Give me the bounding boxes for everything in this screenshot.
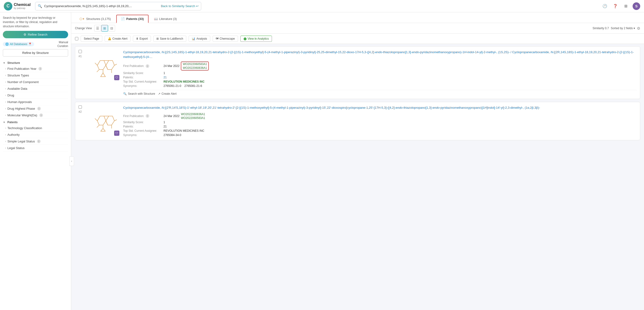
search-icon: 🔍 bbox=[38, 4, 42, 8]
tab-structures[interactable]: ⬡✦ Structures (3,175) bbox=[75, 15, 115, 23]
view-analytics-button[interactable]: ⬤ View in Analytics bbox=[240, 36, 272, 42]
search-with-structure-btn-1[interactable]: 🔍 Search with Structure bbox=[123, 92, 155, 96]
patents-link-1[interactable]: 21 bbox=[164, 76, 166, 79]
back-to-similarity[interactable]: Back to Similarity Search ↩ bbox=[161, 4, 198, 8]
similarity-label: Similarity 0.7 bbox=[592, 26, 609, 30]
refine-structure-button[interactable]: Refine by Structure bbox=[3, 49, 68, 56]
result-checkbox-2[interactable] bbox=[78, 106, 82, 109]
pin-icon: 📍 bbox=[28, 42, 32, 46]
compact-view-btn[interactable]: ⊟ bbox=[108, 25, 115, 32]
apps-icon[interactable]: ⊞ bbox=[622, 2, 629, 10]
molecular-weight-label: Molecular Weight(Da) bbox=[7, 114, 37, 117]
sidebar-item-legal-status[interactable]: › Legal Status bbox=[3, 145, 68, 152]
svg-marker-0 bbox=[97, 60, 106, 70]
structure-section-header[interactable]: ▼ Structure bbox=[3, 61, 68, 64]
sidebar-item-first-pub-year[interactable]: › First Publication Year i bbox=[3, 66, 68, 72]
pub-id-2a[interactable]: WO2022060836A1 bbox=[181, 112, 205, 116]
user-avatar[interactable]: S bbox=[632, 2, 640, 10]
select-all-checkbox[interactable] bbox=[75, 37, 78, 40]
result-num-col-2: #2 bbox=[78, 106, 86, 137]
chevron-icon: › bbox=[5, 127, 6, 129]
chemscape-button[interactable]: 🗺 Chemscape bbox=[212, 36, 238, 42]
export-label: Export bbox=[140, 37, 148, 40]
molecule-structure-1: 🛡 bbox=[89, 50, 120, 81]
search-input[interactable] bbox=[44, 4, 159, 8]
result-card-1: #1 bbox=[75, 46, 640, 99]
info-icon-pub: i bbox=[146, 64, 149, 68]
save-labBench-button[interactable]: ⊞ Save to LabBench bbox=[153, 36, 186, 42]
grid-view-btn[interactable]: ⊞ bbox=[101, 25, 108, 32]
analytics-icon: ⬤ bbox=[244, 37, 246, 40]
pub-highlight-box-1: WO2022060583A1 WO2022060836A1 bbox=[181, 62, 209, 70]
sidebar-toggle[interactable]: ‹ bbox=[69, 156, 74, 166]
create-alert-button[interactable]: 🔔 Create Alert bbox=[105, 36, 130, 42]
create-alert-r1-btn[interactable]: ↗ Create Alert bbox=[158, 92, 176, 96]
settings-icon[interactable]: ⚙ bbox=[637, 26, 640, 30]
all-databases-tag[interactable]: 🌐 All Databases 📍 bbox=[3, 42, 34, 46]
first-pub-value-2: 24 Mar 2022 WO2022060836A1 WO2022060583A… bbox=[164, 112, 637, 120]
sort-button[interactable]: Sorted by 2 fields ▾ bbox=[611, 26, 635, 30]
literature-icon: 📖 bbox=[154, 17, 158, 21]
search-bar[interactable]: 🔍 Back to Similarity Search ↩ bbox=[35, 2, 201, 10]
sidebar-item-simple-legal[interactable]: › Simple Legal Status i bbox=[3, 138, 68, 145]
collapse-icon: ▼ bbox=[3, 62, 6, 64]
chevron-icon: › bbox=[5, 68, 6, 70]
synonyms-label-2: Synonyms: bbox=[123, 134, 161, 137]
pub-id-1b[interactable]: WO2022060836A1 bbox=[183, 66, 207, 70]
share-icon: ↗ bbox=[158, 92, 160, 96]
authority-label: Authority bbox=[7, 133, 20, 136]
assignee-link-1[interactable]: REVOLUTION MEDICINES INC bbox=[164, 80, 204, 83]
sidebar-item-available-data[interactable]: › Available Data bbox=[3, 86, 68, 92]
structure-types-label: Structure Types bbox=[7, 74, 29, 77]
svg-marker-9 bbox=[100, 73, 105, 77]
db-label: All Databases bbox=[10, 42, 27, 46]
pub-id-2b[interactable]: WO2022060583A1 bbox=[181, 116, 205, 120]
export-button[interactable]: ⬇ Export bbox=[133, 36, 151, 42]
history-icon[interactable]: 🕐 bbox=[601, 2, 608, 10]
tech-classification-label: Technology Classification bbox=[7, 126, 42, 130]
select-page-button[interactable]: Select Page bbox=[81, 36, 102, 42]
info-icon-pub2: i bbox=[146, 114, 149, 118]
sidebar-item-tech-classification[interactable]: › Technology Classification bbox=[3, 125, 68, 132]
list-view-btn[interactable]: ☰ bbox=[94, 25, 101, 32]
sim-score-label-1: Similarity Score: bbox=[123, 72, 161, 75]
chevron-icon: › bbox=[5, 101, 6, 103]
first-pub-label-2: First Publication: i bbox=[123, 112, 161, 120]
patents-section-label: Patents bbox=[7, 120, 18, 124]
molecule-structure-2: 🛡 bbox=[89, 106, 120, 136]
svg-line-8 bbox=[114, 64, 117, 65]
sidebar-item-drug-highest[interactable]: › Drug Highest Phase i bbox=[3, 106, 68, 112]
tab-literature[interactable]: 📖 Literature (3) bbox=[150, 15, 181, 23]
sidebar-item-authority[interactable]: › Authority bbox=[3, 132, 68, 138]
result-title-1[interactable]: Cyclopropanecarboxamide, N-[(2S,14S,18S)… bbox=[123, 50, 637, 59]
sidebar-item-drug[interactable]: › Drug bbox=[3, 92, 68, 99]
create-alert-r1-label: Create Alert bbox=[162, 92, 176, 96]
sidebar-item-structure-types[interactable]: › Structure Types bbox=[3, 72, 68, 79]
sidebar-item-human-approvals[interactable]: › Human Approvals bbox=[3, 99, 68, 106]
result-checkbox-1[interactable] bbox=[78, 50, 82, 53]
search-struct-icon: 🔍 bbox=[123, 92, 127, 96]
logo-area: C Chemical by patsnap bbox=[4, 2, 32, 10]
logo-text: Chemical by patsnap bbox=[14, 2, 30, 10]
patents-label-1: Patents: bbox=[123, 76, 161, 79]
drug-label: Drug bbox=[7, 94, 14, 97]
pub-id-1a[interactable]: WO2022060583A1 bbox=[183, 62, 207, 66]
shield-badge-2: 🛡 bbox=[114, 130, 119, 136]
chevron-icon: › bbox=[5, 147, 6, 149]
chart-icon: 📊 bbox=[192, 37, 195, 40]
tab-patents[interactable]: 📄 Patents (33) bbox=[116, 15, 148, 23]
toolbar-right: Similarity 0.7 Sorted by 2 fields ▾ ⚙ bbox=[592, 26, 640, 30]
result-title-2[interactable]: Cyclopropanecarboxamide, N-[(2′R,14′S,18… bbox=[123, 106, 637, 110]
refine-search-button[interactable]: ⚙ Refine Search bbox=[3, 31, 68, 38]
sidebar-item-molecular-weight[interactable]: › Molecular Weight(Da) i bbox=[3, 112, 68, 119]
help-icon[interactable]: ❓ bbox=[612, 2, 619, 10]
results-area: #1 bbox=[71, 44, 644, 310]
analysis-button[interactable]: 📊 Analysis bbox=[189, 36, 210, 42]
result-number-2: #2 bbox=[78, 110, 82, 114]
patents-section-header[interactable]: ▼ Patents bbox=[3, 120, 68, 124]
chevron-icon: › bbox=[5, 81, 6, 83]
num-component-label: Number of Component bbox=[7, 80, 39, 84]
result-actions-1: 🔍 Search with Structure ↗ Create Alert bbox=[123, 90, 637, 96]
sidebar-item-num-component[interactable]: › Number of Component bbox=[3, 79, 68, 86]
view-analytics-label: View in Analytics bbox=[248, 37, 269, 40]
